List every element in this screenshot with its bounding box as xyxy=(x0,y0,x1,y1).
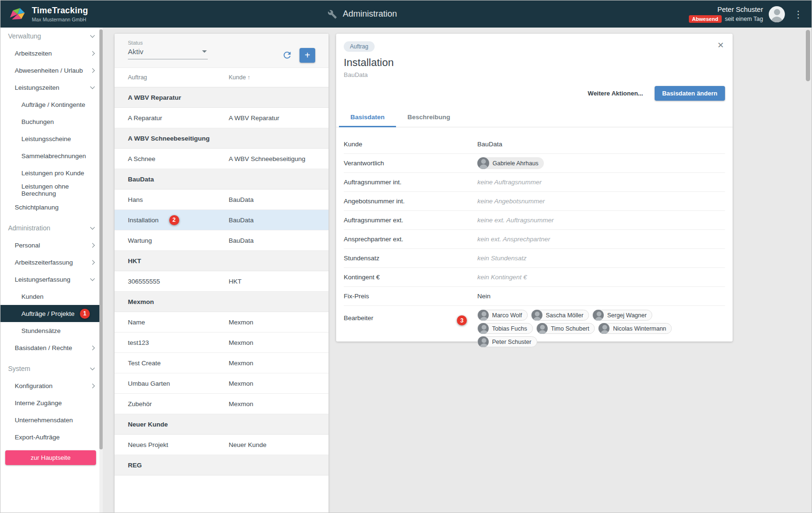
sidebar-item[interactable]: Leistungen pro Kunde xyxy=(0,164,103,181)
detail-subtitle: BauData xyxy=(344,71,725,78)
order-name: A WBV Schneebeseitigung xyxy=(128,135,210,142)
column-header-auftrag[interactable]: Auftrag xyxy=(128,74,229,81)
chevron-icon xyxy=(90,260,95,265)
sidebar-item[interactable]: Basisdaten / Rechte xyxy=(0,339,103,356)
column-header-kunde[interactable]: Kunde ↑ xyxy=(229,74,250,81)
status-select-label: Status xyxy=(128,40,208,46)
main-content: Status Aktiv + Auftrag Kunde xyxy=(103,28,812,513)
tab-beschreibung[interactable]: Beschreibung xyxy=(396,107,462,127)
chevron-down-icon xyxy=(90,33,95,38)
bearbeiter-name: Tobias Fuchs xyxy=(492,325,527,332)
order-row[interactable]: Wartung BauData xyxy=(115,230,329,251)
sidebar-item-label: Leistungen ohne Berechnung xyxy=(21,183,94,197)
detail-row: Auftragsnummer int. keine Auftragsnummer xyxy=(344,173,725,192)
sidebar-section-title: System xyxy=(8,365,30,372)
detail-row: Stundensatz kein Stundensatz xyxy=(344,249,725,268)
to-mainpage-button[interactable]: zur Hauptseite xyxy=(5,450,96,465)
sidebar-item[interactable]: Interne Zugänge xyxy=(0,394,103,411)
field-label: Verantwortlich xyxy=(344,160,477,167)
sidebar-item[interactable]: Unternehmensdaten xyxy=(0,411,103,428)
close-icon[interactable]: ✕ xyxy=(715,39,726,51)
order-row[interactable]: Test Create Mexmon xyxy=(115,353,329,373)
sidebar-item[interactable]: Buchungen xyxy=(0,113,103,130)
sidebar-item[interactable]: Personal xyxy=(0,237,103,254)
order-name: 306555555 xyxy=(128,278,160,285)
detail-row-verantwortlich: Verantwortlich Gabriele Ahrhaus xyxy=(344,154,725,173)
chevron-icon xyxy=(90,84,95,89)
sidebar-section-header-administration[interactable]: Administration xyxy=(0,219,103,237)
order-detail-panel: Auftrag ✕ Installation BauData Weitere A… xyxy=(336,34,733,342)
order-row[interactable]: Hans BauData xyxy=(115,190,329,210)
chevron-icon xyxy=(90,68,95,73)
order-name: A Reparatur xyxy=(128,114,162,122)
order-customer: Mexmon xyxy=(229,380,315,387)
order-name: HKT xyxy=(128,257,141,265)
bearbeiter-chip: Peter Schuster xyxy=(477,336,537,347)
sidebar-item[interactable]: Abwesenheiten / Urlaub xyxy=(0,62,103,79)
field-label: Auftragsnummer ext. xyxy=(344,217,477,224)
bearbeiter-name: Sascha Möller xyxy=(546,312,583,319)
sidebar-item[interactable]: Aufträge / Kontingente xyxy=(0,96,103,113)
field-label: Stundensatz xyxy=(344,255,477,262)
field-label: Angebotsnummer int. xyxy=(344,198,477,205)
order-row[interactable]: Zubehör Mexmon xyxy=(115,394,329,414)
tab-basisdaten[interactable]: Basisdaten xyxy=(339,107,396,127)
sidebar-items: Personal Arbeitszeiterfassung Leistungse… xyxy=(0,237,103,356)
annotation-badge: 3 xyxy=(457,315,467,325)
sidebar-item[interactable]: Sammelabrechnungen xyxy=(0,147,103,164)
sidebar-scrollbar-thumb[interactable] xyxy=(99,29,103,449)
status-since: seit einem Tag xyxy=(725,16,763,22)
avatar xyxy=(532,310,542,321)
order-customer: Mexmon xyxy=(229,360,315,367)
user-avatar[interactable] xyxy=(769,6,785,22)
avatar xyxy=(537,323,548,334)
sidebar-section-header-verwaltung[interactable]: Verwaltung xyxy=(0,28,103,45)
app-subtitle: Max Mustermann GmbH xyxy=(32,17,88,22)
order-row[interactable]: Name Mexmon xyxy=(115,312,329,332)
field-value: BauData xyxy=(477,141,503,148)
sidebar-item[interactable]: Aufträge / Projekte 1 xyxy=(0,305,103,322)
sidebar-item[interactable]: Leistungen ohne Berechnung xyxy=(0,181,103,199)
verantwortlich-chip: Gabriele Ahrhaus xyxy=(477,157,544,169)
order-row[interactable]: test123 Mexmon xyxy=(115,332,329,353)
sidebar-item[interactable]: Leistungserfassung xyxy=(0,271,103,288)
order-row[interactable]: Umbau Garten Mexmon xyxy=(115,373,329,394)
sidebar-section-header-system[interactable]: System xyxy=(0,360,103,377)
sidebar-item[interactable]: Export-Aufträge xyxy=(0,428,103,446)
app-brand[interactable]: TimeTracking Max Mustermann GmbH xyxy=(0,6,88,22)
page-scrollbar-thumb[interactable] xyxy=(806,30,810,81)
sidebar-item[interactable]: Arbeitszeiterfassung xyxy=(0,254,103,271)
status-select[interactable]: Status Aktiv xyxy=(128,40,208,67)
list-actions: + xyxy=(282,40,315,67)
order-row[interactable]: Neues Projekt Neuer Kunde xyxy=(115,435,329,455)
refresh-icon[interactable] xyxy=(282,50,292,60)
bearbeiter-name: Sergej Wagner xyxy=(607,312,647,319)
edit-basisdaten-button[interactable]: Basisdaten ändern xyxy=(655,86,725,101)
sidebar-item[interactable]: Stundensätze xyxy=(0,322,103,339)
avatar xyxy=(478,336,489,347)
sidebar-item-label: Aufträge / Projekte xyxy=(21,310,75,317)
sidebar-item[interactable]: Kunden xyxy=(0,288,103,305)
order-name-cell: Installation 2 xyxy=(128,215,229,225)
order-name-cell: 306555555 xyxy=(128,278,229,285)
bearbeiter-chip: Marco Wolf xyxy=(477,310,528,321)
sidebar-item[interactable]: Leistungsscheine xyxy=(0,130,103,147)
sidebar-items: Konfiguration Interne Zugänge Unternehme… xyxy=(0,377,103,446)
order-row[interactable]: A Reparatur A WBV Reparatur xyxy=(115,108,329,128)
list-filter-bar: Status Aktiv + xyxy=(115,34,329,68)
bearbeiter-chip: Sergej Wagner xyxy=(592,310,652,321)
detail-row: Auftragsnummer ext. keine ext. Auftragsn… xyxy=(344,211,725,230)
sidebar-item-label: Buchungen xyxy=(21,118,54,125)
sidebar-item[interactable]: Leistungszeiten xyxy=(0,79,103,96)
order-row[interactable]: Installation 2 BauData xyxy=(115,210,329,230)
sidebar-item[interactable]: Konfiguration xyxy=(0,377,103,394)
list-column-headers: Auftrag Kunde ↑ xyxy=(115,68,329,87)
sidebar-item[interactable]: Arbeitszeiten xyxy=(0,45,103,62)
more-actions-button[interactable]: Weitere Aktionen... xyxy=(588,90,643,97)
order-row[interactable]: A Schnee A WBV Schneebeseitigung xyxy=(115,149,329,169)
add-order-button[interactable]: + xyxy=(300,48,315,63)
sidebar-item[interactable]: Schichtplanung xyxy=(0,199,103,216)
kebab-menu-icon[interactable]: ⋮ xyxy=(791,9,806,20)
order-row[interactable]: 306555555 HKT xyxy=(115,271,329,292)
order-name-cell: Name xyxy=(128,319,229,326)
